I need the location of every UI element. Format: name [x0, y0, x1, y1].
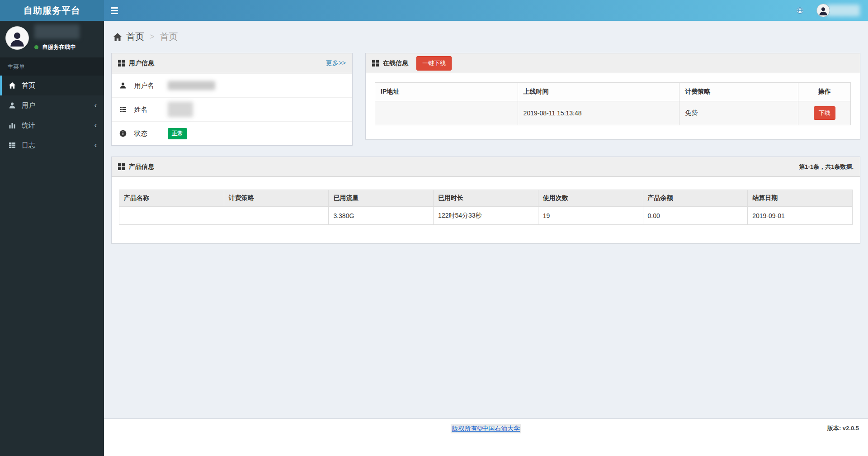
sidebar-username-redacted: [34, 24, 80, 39]
column-header-action: 操作: [798, 83, 851, 101]
footer: 版权所有©中国石油大学 版本: v2.0.5: [104, 418, 868, 456]
product-name-cell: [119, 207, 224, 225]
sidebar-item-label: 用户: [22, 101, 35, 110]
list-icon: [119, 106, 127, 113]
products-table: 产品名称 计费策略 已用流量 已用时长 使用次数 产品余额 结算日期: [119, 190, 853, 225]
kick-offline-button[interactable]: 下线: [814, 106, 835, 120]
home-icon: [7, 82, 17, 89]
username-value-redacted: [168, 81, 215, 90]
sidebar-item-label: 首页: [22, 81, 35, 90]
home-icon: [113, 33, 122, 42]
top-panels-row: 用户信息 更多>> 用户名 姓名: [111, 53, 860, 146]
traffic-used-cell: 3.380G: [329, 207, 434, 225]
column-header-settlement-date: 结算日期: [748, 190, 853, 207]
product-info-body: 产品名称 计费策略 已用流量 已用时长 使用次数 产品余额 结算日期: [112, 177, 860, 243]
sidebar-user-panel: 自服务在线中: [0, 21, 104, 57]
online-time-cell: 2019-08-11 15:13:48: [518, 101, 679, 125]
sidebar-menu: 首页 用户 ‹ 统计 ‹ 日志 ‹: [0, 76, 104, 155]
user-icon: [119, 82, 127, 89]
user-avatar-icon: [816, 4, 830, 17]
sidebar-user-meta: 自服务在线中: [34, 26, 80, 51]
sidebar: 自助服务平台 自服务在线中 主菜单 首页: [0, 0, 104, 456]
product-info-panel-header: 产品信息 第1-1条，共1条数据.: [112, 157, 860, 177]
sidebar-item-label: 统计: [22, 121, 35, 130]
chevron-left-icon: ‹: [94, 122, 97, 129]
name-value-redacted: [168, 102, 193, 117]
kick-all-offline-button[interactable]: 一键下线: [416, 56, 452, 71]
product-info-panel: 产品信息 第1-1条，共1条数据. 产品名称 计费策略 已用流量 已用时长 使用…: [111, 157, 860, 243]
field-label: 状态: [134, 129, 160, 138]
topbar: [104, 0, 868, 21]
status-badge: 正常: [168, 128, 187, 139]
app-logo[interactable]: 自助服务平台: [0, 0, 104, 21]
breadcrumb-separator: >: [150, 32, 155, 42]
column-header-policy: 计费策略: [679, 83, 798, 101]
online-info-body: IP地址 上线时间 计费策略 操作 2019-08-11 15:13:48 免费: [366, 73, 860, 139]
field-label: 用户名: [134, 81, 160, 90]
table-row: 2019-08-11 15:13:48 免费 下线: [375, 101, 851, 125]
billing-policy-cell: [224, 207, 329, 225]
online-info-panel: 在线信息 一键下线 IP地址 上线时间 计费策略 操作: [365, 53, 860, 139]
online-status-dot-icon: [34, 45, 38, 49]
user-menu[interactable]: [816, 4, 860, 17]
column-header-time: 上线时间: [518, 83, 679, 101]
user-info-row-username: 用户名: [112, 73, 352, 97]
sidebar-menu-header: 主菜单: [0, 57, 104, 76]
topbar-right: [793, 4, 868, 17]
column-header-usage-count: 使用次数: [538, 190, 643, 207]
column-header-balance: 产品余额: [643, 190, 748, 207]
globe-icon[interactable]: [793, 4, 807, 17]
avatar: [5, 26, 29, 50]
chevron-left-icon: ‹: [94, 102, 97, 109]
user-info-row-status: 状态 正常: [112, 121, 352, 145]
breadcrumb-current: 首页: [160, 31, 178, 43]
th-large-icon: [118, 163, 125, 170]
balance-cell: 0.00: [643, 207, 748, 225]
user-icon: [7, 102, 17, 109]
column-header-time-used: 已用时长: [434, 190, 538, 207]
pagination-info: 第1-1条，共1条数据.: [799, 163, 854, 171]
sidebar-item-users[interactable]: 用户 ‹: [0, 95, 104, 115]
th-large-icon: [372, 60, 379, 66]
version-label: 版本: v2.0.5: [827, 424, 859, 432]
user-info-row-name: 姓名: [112, 97, 352, 121]
sidebar-item-stats[interactable]: 统计 ‹: [0, 115, 104, 135]
list-icon: [7, 142, 17, 149]
th-large-icon: [118, 60, 125, 66]
breadcrumb: 首页 > 首页: [111, 27, 860, 43]
sidebar-toggle-button[interactable]: [104, 0, 125, 21]
sidebar-item-label: 日志: [22, 141, 35, 150]
panel-title: 产品信息: [129, 163, 154, 171]
usage-count-cell: 19: [538, 207, 643, 225]
bar-chart-icon: [7, 122, 17, 129]
person-icon: [9, 31, 26, 48]
panel-title: 用户信息: [129, 59, 154, 67]
online-status: 自服务在线中: [34, 43, 80, 51]
copyright-link[interactable]: 版权所有©中国石油大学: [451, 424, 521, 433]
breadcrumb-root[interactable]: 首页: [126, 31, 144, 43]
field-label: 姓名: [134, 105, 160, 114]
more-link[interactable]: 更多>>: [326, 59, 346, 67]
column-header-product-name: 产品名称: [119, 190, 224, 207]
sidebar-item-home[interactable]: 首页: [0, 76, 104, 95]
app-window: 自助服务平台 自服务在线中 主菜单 首页: [0, 0, 868, 456]
user-info-panel-header: 用户信息 更多>>: [112, 53, 352, 73]
table-row: 3.380G 122时54分33秒 19 0.00 2019-09-01: [119, 207, 853, 225]
column-header-ip: IP地址: [375, 83, 518, 101]
column-header-traffic-used: 已用流量: [329, 190, 434, 207]
settlement-date-cell: 2019-09-01: [748, 207, 853, 225]
billing-policy-cell: 免费: [679, 101, 798, 125]
main-content: 首页 > 首页 用户信息 更多>> 用户名: [104, 21, 868, 418]
info-circle-icon: [119, 130, 127, 137]
online-sessions-table: IP地址 上线时间 计费策略 操作 2019-08-11 15:13:48 免费: [375, 82, 851, 125]
time-used-cell: 122时54分33秒: [434, 207, 538, 225]
online-status-label: 自服务在线中: [42, 43, 76, 51]
sidebar-item-logs[interactable]: 日志 ‹: [0, 135, 104, 155]
user-info-panel: 用户信息 更多>> 用户名 姓名: [111, 53, 353, 146]
chevron-left-icon: ‹: [94, 142, 97, 149]
app-title: 自助服务平台: [24, 5, 80, 17]
ip-cell: [375, 101, 518, 125]
panel-title: 在线信息: [383, 59, 408, 67]
topbar-username-redacted: [826, 5, 860, 16]
action-cell: 下线: [798, 101, 851, 125]
